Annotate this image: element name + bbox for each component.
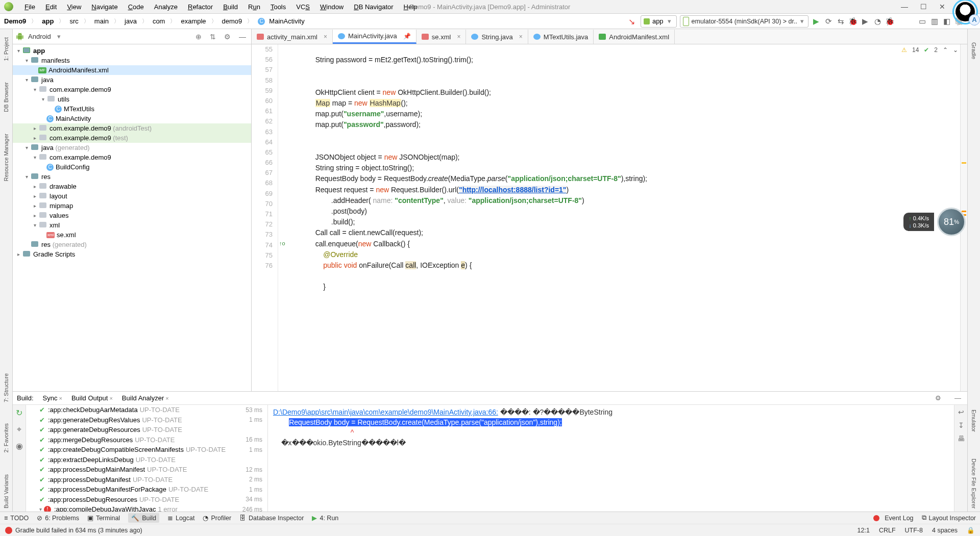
menu-run[interactable]: Run — [243, 2, 265, 12]
tree-android-manifest[interactable]: MFAndroidManifest.xml — [13, 65, 251, 75]
tree-res-generated[interactable]: res (generated) — [13, 240, 251, 249]
menu-refactor[interactable]: Refactor — [183, 2, 218, 12]
tool-gradle-tab[interactable]: Gradle — [970, 39, 978, 62]
layout-inspector-tab[interactable]: ⧉ Layout Inspector — [922, 514, 976, 522]
menu-file[interactable]: File — [19, 2, 40, 12]
build-task-row[interactable]: ✔:app:generateDebugResourcesUP-TO-DATE — [26, 425, 267, 435]
tool-project-tab[interactable]: 1: Project — [2, 34, 10, 64]
menu-edit[interactable]: Edit — [40, 2, 62, 12]
tree-values[interactable]: ▸values — [13, 211, 251, 220]
pin-icon[interactable]: 📌 — [403, 33, 411, 40]
attach-debugger-icon[interactable]: 🐞 — [885, 17, 894, 26]
project-view-dropdown-icon[interactable]: ▾ — [57, 33, 61, 40]
tree-res[interactable]: ▾res — [13, 172, 251, 182]
indent-setting[interactable]: 4 spaces — [932, 527, 958, 534]
project-view-label[interactable]: Android — [28, 33, 51, 40]
crumb-java[interactable]: java — [125, 17, 137, 25]
close-icon[interactable]: × — [109, 395, 112, 401]
crumb-project[interactable]: Demo9 — [4, 17, 26, 25]
tree-mtextutils[interactable]: CMTextUtils — [13, 104, 251, 114]
run-button-icon[interactable]: ▶ — [812, 17, 821, 26]
tree-se-xml[interactable]: xmlse.xml — [13, 230, 251, 240]
editor-body[interactable]: 555657 585960 616263 646566 676869 70717… — [252, 44, 967, 391]
tool-emulator-tab[interactable]: Emulator — [970, 406, 978, 435]
build-task-row[interactable]: ▾!:app:compileDebugJavaWithJavac1 error2… — [26, 504, 267, 512]
chevron-up-icon[interactable]: ⌃ — [943, 46, 948, 54]
tree-gradle-scripts[interactable]: ▸Gradle Scripts — [13, 249, 251, 259]
breadcrumb[interactable]: Demo9〉 app〉 src〉 main〉 java〉 com〉 exampl… — [4, 17, 305, 25]
close-icon[interactable]: × — [324, 33, 327, 40]
tree-mipmap[interactable]: ▸mipmap — [13, 201, 251, 211]
avd-manager-icon[interactable]: ▭ — [918, 17, 927, 26]
tree-mainactivity[interactable]: CMainActivity — [13, 114, 251, 123]
database-inspector-tab[interactable]: 🗄 Database Inspector — [239, 515, 304, 522]
select-opened-file-icon[interactable]: ⊕ — [193, 33, 204, 41]
coverage-icon[interactable]: ▶ — [861, 17, 870, 26]
menu-code[interactable]: Code — [123, 2, 149, 12]
readonly-lock-icon[interactable]: 🔒 — [967, 526, 975, 534]
terminal-tab[interactable]: ▣ Terminal — [87, 514, 120, 522]
file-encoding[interactable]: UTF-8 — [905, 527, 923, 534]
build-task-row[interactable]: ✔:app:processDebugMainManifestUP-TO-DATE… — [26, 465, 267, 475]
build-task-row[interactable]: ✔:app:processDebugResourcesUP-TO-DATE34 … — [26, 495, 267, 505]
device-select[interactable]: emulator-5554 (minSdk(API 30) > dr.. ▾ — [680, 15, 808, 28]
todo-tab[interactable]: ≡ TODO — [4, 515, 29, 522]
override-marker-icon[interactable]: ↑o — [279, 240, 285, 246]
crumb-com[interactable]: com — [153, 17, 165, 25]
print-icon[interactable]: 🖶 — [958, 435, 965, 443]
crumb-main[interactable]: main — [94, 17, 109, 25]
caret-position[interactable]: 12:1 — [857, 527, 870, 534]
eye-icon[interactable]: ◉ — [16, 441, 23, 451]
filter-icon[interactable]: ⌖ — [17, 425, 21, 434]
close-icon[interactable]: × — [59, 395, 62, 401]
apply-changes-icon[interactable]: ⟳ — [824, 17, 833, 26]
resource-manager-icon[interactable]: ◧ — [942, 17, 951, 26]
build-task-row[interactable]: ✔:app:mergeDebugResourcesUP-TO-DATE16 ms — [26, 435, 267, 445]
tab-activity-main[interactable]: activity_main.xml× — [252, 30, 333, 44]
logcat-tab[interactable]: ≣ Logcat — [167, 514, 195, 522]
tool-device-file-explorer-tab[interactable]: Device File Explorer — [970, 455, 978, 512]
tab-mtextutils[interactable]: MTextUtils.java — [528, 30, 594, 44]
hide-panel-icon[interactable]: — — [952, 394, 963, 402]
tab-string-java[interactable]: String.java× — [466, 30, 528, 44]
run-tab[interactable]: ▶ 4: Run — [312, 514, 338, 522]
build-task-tree[interactable]: ✔:app:checkDebugAarMetadataUP-TO-DATE53 … — [26, 405, 268, 512]
close-window-button[interactable]: ✕ — [939, 3, 945, 11]
maximize-button[interactable]: ☐ — [920, 3, 927, 11]
debug-icon[interactable]: 🐞 — [848, 17, 857, 26]
tree-drawable[interactable]: ▸drawable — [13, 182, 251, 191]
profile-avatar[interactable]: A — [952, 0, 978, 24]
inspection-widget[interactable]: ⚠14 ✔2 ⌃ ⌄ — [901, 46, 958, 54]
profiler-tab[interactable]: ◔ Profiler — [203, 514, 231, 522]
profile-icon[interactable]: ◔ — [873, 17, 882, 26]
performance-widget[interactable]: ↑ 0.4K/s ↓ 0.3K/s 81% — [903, 208, 966, 236]
tool-structure-tab[interactable]: 7: Structure — [2, 370, 10, 405]
build-task-row[interactable]: ✔:app:processDebugManifestUP-TO-DATE2 ms — [26, 475, 267, 485]
tree-java[interactable]: ▾java — [13, 75, 251, 85]
rerun-icon[interactable]: ↻ — [16, 408, 22, 418]
tree-pkg-generated[interactable]: ▾com.example.demo9 — [13, 152, 251, 162]
line-separator[interactable]: CRLF — [879, 527, 896, 534]
menu-window[interactable]: Window — [315, 2, 349, 12]
code-area[interactable]: String password = mEt2.getText().toStrin… — [287, 44, 960, 391]
status-message[interactable]: Gradle build failed in 634 ms (3 minutes… — [5, 527, 142, 534]
scroll-to-end-icon[interactable]: ↧ — [958, 421, 964, 429]
build-tab-output[interactable]: Build Output× — [71, 394, 113, 402]
crumb-src[interactable]: src — [69, 17, 78, 25]
build-task-row[interactable]: ✔:app:processDebugManifestForPackageUP-T… — [26, 484, 267, 495]
tab-se-xml[interactable]: se.xml× — [416, 30, 467, 44]
hide-panel-icon[interactable]: — — [237, 33, 248, 41]
project-tree[interactable]: ▾app ▾manifests MFAndroidManifest.xml ▾j… — [13, 44, 251, 391]
error-file-link[interactable]: D:\Demo9\app\src\main\java\com\example\d… — [273, 408, 498, 416]
tree-pkg-main[interactable]: ▾com.example.demo9 — [13, 85, 251, 94]
soft-wrap-icon[interactable]: ↩ — [958, 408, 964, 416]
build-output-console[interactable]: D:\Demo9\app\src\main\java\com\example\d… — [268, 405, 954, 512]
build-task-row[interactable]: ✔:app:createDebugCompatibleScreenManifes… — [26, 445, 267, 455]
build-task-row[interactable]: ✔:app:checkDebugAarMetadataUP-TO-DATE53 … — [26, 405, 267, 415]
tree-pkg-androidtest[interactable]: ▸com.example.demo9 (androidTest) — [13, 123, 251, 133]
build-tab-analyzer[interactable]: Build Analyzer× — [122, 394, 169, 402]
tree-java-generated[interactable]: ▾java (generated) — [13, 143, 251, 152]
crumb-example[interactable]: example — [181, 17, 206, 25]
crumb-module[interactable]: app — [42, 17, 54, 25]
tree-pkg-test[interactable]: ▸com.example.demo9 (test) — [13, 133, 251, 143]
